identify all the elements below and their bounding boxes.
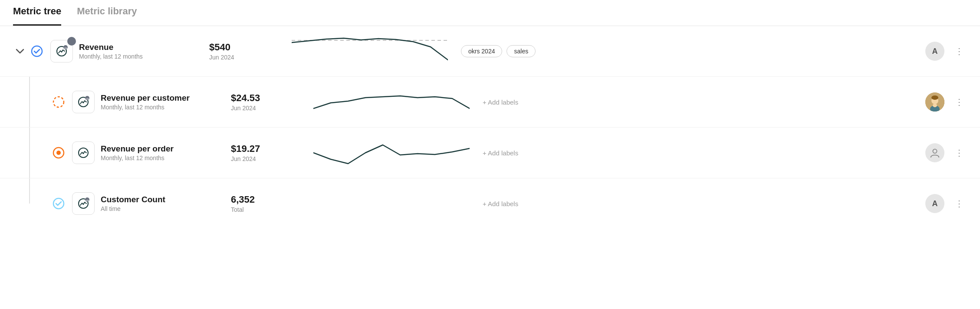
metric-labels-rpo: + Add labels [470,149,913,157]
more-menu-cc[interactable]: ⋮ [951,196,967,211]
label-tag-okrs[interactable]: okrs 2024 [461,45,502,57]
svg-text:</>: </> [86,199,89,202]
label-tag-sales[interactable]: sales [506,45,536,57]
tabs-header: Metric tree Metric library [0,0,980,26]
metric-subtitle-cc: All time [101,205,222,212]
metric-name-cc: Customer Count [101,195,222,204]
metric-icon-box-revenue: </> [50,40,73,62]
metric-period-revenue: Jun 2024 [209,54,279,61]
metric-info-rpo: Revenue per order Monthly, last 12 month… [101,144,222,161]
tab-metric-tree[interactable]: Metric tree [13,0,61,26]
code-badge [67,37,76,46]
avatar-revenue: A [925,42,944,61]
metric-labels-revenue: okrs 2024 sales [448,45,913,57]
metric-row-revenue-per-order: Revenue per order Monthly, last 12 month… [0,128,980,178]
sparkline-rpo [313,135,470,170]
metric-period-cc: Total [231,206,300,213]
svg-point-18 [53,198,64,209]
metric-amount-revenue: $540 [209,42,279,53]
metric-row-customer-count: </> Customer Count All time 6,352 Total … [0,178,980,229]
add-labels-button-cc[interactable]: + Add labels [483,200,518,207]
status-icon-check-lightblue [52,197,65,210]
add-labels-button-rpc[interactable]: + Add labels [483,99,518,106]
status-icon-circle-orange [52,146,65,159]
more-menu-rpo[interactable]: ⋮ [951,145,967,161]
metric-info-rpc: Revenue per customer Monthly, last 12 mo… [101,93,222,111]
metric-icon-box-cc: </> [72,192,95,215]
sparkline-rpc [313,85,470,119]
collapse-button[interactable] [13,44,27,58]
metric-subtitle-rpo: Monthly, last 12 months [101,154,222,161]
svg-point-11 [931,95,938,100]
metric-row-revenue: </> Revenue Monthly, last 12 months $540… [0,26,980,77]
avatar-cc: A [925,194,944,213]
metric-value-rpo: $19.27 Jun 2024 [231,143,300,162]
svg-point-17 [933,149,937,153]
status-icon-check-blue [30,45,43,58]
metric-period-rpo: Jun 2024 [231,155,300,162]
metrics-list: </> Revenue Monthly, last 12 months $540… [0,26,980,229]
avatar-area-rpo [922,143,948,162]
more-menu-rpc[interactable]: ⋮ [951,94,967,110]
avatar-photo-rpc [925,92,944,112]
svg-text:</>: </> [86,98,89,100]
metric-value-cc: 6,352 Total [231,194,300,213]
tab-metric-library[interactable]: Metric library [77,0,137,26]
metric-name-rpc: Revenue per customer [101,93,222,103]
avatar-area-revenue: A [922,42,948,61]
metric-subtitle-rpc: Monthly, last 12 months [101,104,222,111]
metric-row-revenue-per-customer: </> Revenue per customer Monthly, last 1… [0,77,980,128]
metric-labels-rpc: + Add labels [470,99,913,106]
metric-amount-cc: 6,352 [231,194,300,205]
avatar-area-rpc [922,92,948,112]
svg-point-13 [933,104,937,107]
avatar-area-cc: A [922,194,948,213]
svg-text:</>: </> [64,47,68,49]
metric-name-rpo: Revenue per order [101,144,222,154]
sparkline-revenue [292,34,448,69]
sparkline-cc [313,186,470,221]
more-menu-revenue[interactable]: ⋮ [951,43,967,59]
avatar-rpo [925,143,944,162]
status-icon-dashed-orange [52,95,65,108]
metric-value-rpc: $24.53 Jun 2024 [231,92,300,112]
svg-point-5 [53,97,64,107]
metric-icon-box-rpc: </> [72,91,95,113]
metric-amount-rpo: $19.27 [231,143,300,154]
svg-point-15 [56,151,61,155]
metric-period-rpc: Jun 2024 [231,105,300,112]
metric-labels-cc: + Add labels [470,200,913,207]
metric-info-revenue: Revenue Monthly, last 12 months [79,43,201,60]
metric-value-revenue: $540 Jun 2024 [209,42,279,61]
add-labels-button-rpo[interactable]: + Add labels [483,149,518,157]
svg-point-0 [32,46,42,56]
metric-icon-box-rpo [72,141,95,164]
metric-subtitle-revenue: Monthly, last 12 months [79,53,201,60]
metric-name-revenue: Revenue [79,43,201,52]
metric-amount-rpc: $24.53 [231,92,300,104]
metric-info-cc: Customer Count All time [101,195,222,212]
